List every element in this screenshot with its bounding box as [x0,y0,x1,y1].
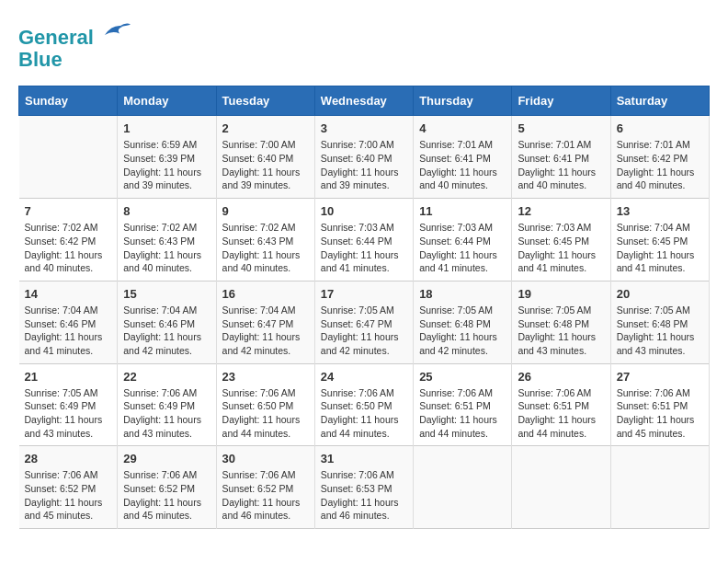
day-info: Sunrise: 7:06 AM Sunset: 6:49 PM Dayligh… [123,386,210,441]
day-number: 2 [222,121,309,135]
day-cell: 21Sunrise: 7:05 AM Sunset: 6:49 PM Dayli… [19,363,118,446]
day-number: 27 [617,370,703,384]
weekday-header-monday: Monday [118,86,216,116]
day-info: Sunrise: 7:05 AM Sunset: 6:47 PM Dayligh… [321,304,407,358]
day-info: Sunrise: 7:04 AM Sunset: 6:46 PM Dayligh… [123,304,210,358]
logo-general: General [18,26,94,49]
day-number: 21 [25,370,112,384]
day-cell: 17Sunrise: 7:05 AM Sunset: 6:47 PM Dayli… [314,281,413,363]
day-info: Sunrise: 7:05 AM Sunset: 6:48 PM Dayligh… [419,304,506,358]
day-number: 10 [321,204,407,218]
week-row-3: 14Sunrise: 7:04 AM Sunset: 6:46 PM Dayli… [19,281,710,363]
day-info: Sunrise: 7:06 AM Sunset: 6:51 PM Dayligh… [617,386,703,441]
day-cell: 25Sunrise: 7:06 AM Sunset: 6:51 PM Dayli… [414,363,512,446]
day-info: Sunrise: 7:06 AM Sunset: 6:51 PM Dayligh… [419,386,506,441]
day-number: 23 [222,370,309,384]
weekday-header-row: SundayMondayTuesdayWednesdayThursdayFrid… [19,86,710,116]
day-number: 25 [419,370,506,384]
logo-blue: Blue [18,49,131,71]
weekday-header-friday: Friday [512,86,610,116]
day-cell: 23Sunrise: 7:06 AM Sunset: 6:50 PM Dayli… [216,363,314,446]
day-info: Sunrise: 7:06 AM Sunset: 6:53 PM Dayligh… [321,468,407,523]
day-info: Sunrise: 7:05 AM Sunset: 6:48 PM Dayligh… [518,304,604,358]
day-cell: 26Sunrise: 7:06 AM Sunset: 6:51 PM Dayli… [512,363,610,446]
day-number: 8 [123,204,210,218]
day-number: 22 [123,370,210,384]
day-number: 19 [518,287,604,301]
day-info: Sunrise: 6:59 AM Sunset: 6:39 PM Dayligh… [123,138,210,192]
day-number: 15 [123,287,210,301]
day-cell: 9Sunrise: 7:02 AM Sunset: 6:43 PM Daylig… [216,199,314,282]
day-info: Sunrise: 7:03 AM Sunset: 6:44 PM Dayligh… [419,221,506,275]
day-cell: 5Sunrise: 7:01 AM Sunset: 6:41 PM Daylig… [512,116,610,199]
day-number: 11 [419,204,506,218]
day-cell: 18Sunrise: 7:05 AM Sunset: 6:48 PM Dayli… [414,281,512,363]
day-cell [19,116,118,199]
day-number: 13 [617,204,703,218]
logo-bird-icon [101,18,131,44]
day-cell: 27Sunrise: 7:06 AM Sunset: 6:51 PM Dayli… [610,363,709,446]
week-row-2: 7Sunrise: 7:02 AM Sunset: 6:42 PM Daylig… [19,199,710,282]
day-number: 6 [617,121,703,135]
logo-text: General [18,18,131,49]
day-number: 29 [123,452,210,465]
day-info: Sunrise: 7:01 AM Sunset: 6:41 PM Dayligh… [419,138,506,192]
logo: General Blue [18,18,131,71]
day-cell: 12Sunrise: 7:03 AM Sunset: 6:45 PM Dayli… [512,199,610,282]
day-info: Sunrise: 7:03 AM Sunset: 6:45 PM Dayligh… [518,221,604,275]
day-number: 24 [321,370,407,384]
day-info: Sunrise: 7:04 AM Sunset: 6:47 PM Dayligh… [222,304,309,358]
day-info: Sunrise: 7:01 AM Sunset: 6:42 PM Dayligh… [617,138,703,192]
day-cell: 3Sunrise: 7:00 AM Sunset: 6:40 PM Daylig… [314,116,413,199]
day-info: Sunrise: 7:03 AM Sunset: 6:44 PM Dayligh… [321,221,407,275]
day-number: 18 [419,287,506,301]
day-info: Sunrise: 7:02 AM Sunset: 6:42 PM Dayligh… [25,221,112,275]
day-info: Sunrise: 7:06 AM Sunset: 6:50 PM Dayligh… [222,386,309,441]
day-cell: 24Sunrise: 7:06 AM Sunset: 6:50 PM Dayli… [314,363,413,446]
day-info: Sunrise: 7:02 AM Sunset: 6:43 PM Dayligh… [123,221,210,275]
day-number: 16 [222,287,309,301]
day-number: 7 [25,204,112,218]
day-info: Sunrise: 7:04 AM Sunset: 6:46 PM Dayligh… [25,304,112,358]
day-cell: 20Sunrise: 7:05 AM Sunset: 6:48 PM Dayli… [610,281,709,363]
day-info: Sunrise: 7:06 AM Sunset: 6:52 PM Dayligh… [222,468,309,523]
weekday-header-wednesday: Wednesday [314,86,413,116]
day-cell: 4Sunrise: 7:01 AM Sunset: 6:41 PM Daylig… [414,116,512,199]
day-number: 20 [617,287,703,301]
day-number: 5 [518,121,604,135]
day-cell: 6Sunrise: 7:01 AM Sunset: 6:42 PM Daylig… [610,116,709,199]
day-cell: 1Sunrise: 6:59 AM Sunset: 6:39 PM Daylig… [118,116,216,199]
day-info: Sunrise: 7:06 AM Sunset: 6:52 PM Dayligh… [25,468,112,523]
day-info: Sunrise: 7:00 AM Sunset: 6:40 PM Dayligh… [222,138,309,192]
calendar-table: SundayMondayTuesdayWednesdayThursdayFrid… [18,86,710,529]
day-number: 3 [321,121,407,135]
day-info: Sunrise: 7:05 AM Sunset: 6:49 PM Dayligh… [25,386,112,441]
day-info: Sunrise: 7:00 AM Sunset: 6:40 PM Dayligh… [321,138,407,192]
day-cell [610,446,709,529]
day-cell: 13Sunrise: 7:04 AM Sunset: 6:45 PM Dayli… [610,199,709,282]
day-cell: 29Sunrise: 7:06 AM Sunset: 6:52 PM Dayli… [118,446,216,529]
day-cell: 14Sunrise: 7:04 AM Sunset: 6:46 PM Dayli… [19,281,118,363]
day-number: 31 [321,452,407,465]
day-cell: 22Sunrise: 7:06 AM Sunset: 6:49 PM Dayli… [118,363,216,446]
weekday-header-saturday: Saturday [610,86,709,116]
day-number: 4 [419,121,506,135]
day-cell: 31Sunrise: 7:06 AM Sunset: 6:53 PM Dayli… [314,446,413,529]
day-info: Sunrise: 7:06 AM Sunset: 6:52 PM Dayligh… [123,468,210,523]
day-cell: 16Sunrise: 7:04 AM Sunset: 6:47 PM Dayli… [216,281,314,363]
day-info: Sunrise: 7:02 AM Sunset: 6:43 PM Dayligh… [222,221,309,275]
day-info: Sunrise: 7:04 AM Sunset: 6:45 PM Dayligh… [617,221,703,275]
day-info: Sunrise: 7:06 AM Sunset: 6:51 PM Dayligh… [518,386,604,441]
week-row-4: 21Sunrise: 7:05 AM Sunset: 6:49 PM Dayli… [19,363,710,446]
week-row-1: 1Sunrise: 6:59 AM Sunset: 6:39 PM Daylig… [19,116,710,199]
day-info: Sunrise: 7:06 AM Sunset: 6:50 PM Dayligh… [321,386,407,441]
weekday-header-thursday: Thursday [414,86,512,116]
day-cell: 11Sunrise: 7:03 AM Sunset: 6:44 PM Dayli… [414,199,512,282]
page-header: General Blue [18,18,710,71]
day-cell: 2Sunrise: 7:00 AM Sunset: 6:40 PM Daylig… [216,116,314,199]
day-info: Sunrise: 7:05 AM Sunset: 6:48 PM Dayligh… [617,304,703,358]
day-cell: 15Sunrise: 7:04 AM Sunset: 6:46 PM Dayli… [118,281,216,363]
weekday-header-sunday: Sunday [19,86,118,116]
day-cell: 8Sunrise: 7:02 AM Sunset: 6:43 PM Daylig… [118,199,216,282]
day-cell: 19Sunrise: 7:05 AM Sunset: 6:48 PM Dayli… [512,281,610,363]
